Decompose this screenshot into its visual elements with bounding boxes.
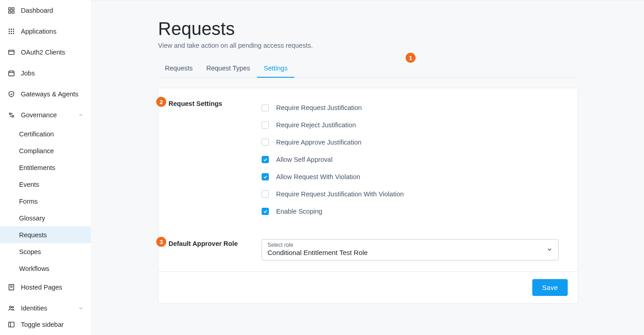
nav-label: Gateways & Agents	[21, 90, 79, 98]
checkbox-label: Allow Request With Violation	[276, 173, 360, 180]
svg-rect-26	[9, 322, 14, 327]
card-footer: Save	[159, 271, 578, 303]
svg-point-4	[9, 29, 10, 30]
setting-enable-scoping: Enable Scoping	[262, 203, 568, 220]
nav-label: Identities	[21, 305, 47, 312]
svg-point-25	[12, 306, 14, 308]
nav-applications[interactable]: Applications	[0, 21, 91, 42]
shield-icon	[7, 90, 15, 98]
svg-point-20	[12, 115, 14, 117]
nav-label: Compliance	[19, 147, 54, 155]
nav-gateways-agents[interactable]: Gateways & Agents	[0, 84, 91, 105]
select-float-label: Select role	[268, 242, 546, 248]
svg-rect-15	[9, 71, 14, 76]
nav-workflows[interactable]: Workflows	[0, 260, 91, 277]
nav-label: Jobs	[21, 70, 35, 77]
svg-rect-2	[9, 11, 11, 13]
nav-identities[interactable]: Identities	[0, 298, 91, 314]
select-value: Conditional Entitlement Test Role	[268, 249, 546, 256]
svg-point-11	[11, 33, 12, 34]
setting-require-request-justification-with-violation: Require Request Justification With Viola…	[262, 185, 568, 203]
nav-compliance[interactable]: Compliance	[0, 142, 91, 159]
nav-governance[interactable]: Governance	[0, 105, 91, 125]
dashboard-icon	[7, 6, 15, 15]
checkbox[interactable]	[262, 208, 269, 215]
nav-requests[interactable]: Requests	[0, 226, 91, 243]
toggle-sidebar[interactable]: Toggle sidebar	[0, 314, 91, 335]
checkbox-label: Require Approve Justification	[276, 139, 362, 146]
setting-require-request-justification: Require Request Justification	[262, 99, 568, 116]
browser-icon	[7, 48, 15, 56]
section-request-settings: Request Settings Require Request Justifi…	[159, 88, 578, 228]
nav-label: Applications	[21, 28, 56, 35]
nav-entitlements[interactable]: Entitlements	[0, 159, 91, 176]
checkbox[interactable]	[262, 121, 269, 129]
save-button[interactable]: Save	[532, 279, 568, 296]
checkbox[interactable]	[262, 156, 269, 163]
svg-point-10	[9, 33, 10, 34]
svg-point-19	[9, 113, 11, 115]
main-content: Requests View and take action on all pen…	[91, 0, 644, 335]
sidebar-toggle-icon	[7, 320, 15, 329]
tabs: Requests Request Types Settings 1	[158, 60, 578, 78]
page-description: View and take action on all pending acce…	[158, 42, 578, 49]
chevron-up-icon	[78, 112, 84, 118]
chevron-down-icon	[546, 246, 553, 253]
svg-rect-3	[12, 11, 14, 13]
callout-badge-1: 1	[406, 53, 416, 63]
nav-events[interactable]: Events	[0, 176, 91, 193]
nav-label: Events	[19, 181, 39, 188]
tab-request-types[interactable]: Request Types	[199, 60, 257, 77]
svg-point-8	[11, 31, 12, 32]
nav-label: Workflows	[19, 265, 50, 272]
checkbox-label: Enable Scoping	[276, 208, 322, 215]
svg-point-24	[10, 306, 11, 308]
checkbox[interactable]	[262, 190, 269, 198]
nav-scopes[interactable]: Scopes	[0, 243, 91, 260]
chevron-down-icon	[78, 305, 84, 311]
checkbox-label: Allow Self Approval	[276, 156, 332, 163]
svg-point-6	[13, 29, 14, 30]
svg-rect-0	[9, 8, 11, 10]
checkbox[interactable]	[262, 173, 269, 180]
callout-badge-2: 2	[156, 97, 166, 107]
page-icon	[7, 283, 15, 291]
nav-forms[interactable]: Forms	[0, 193, 91, 210]
checkbox[interactable]	[262, 139, 269, 146]
tab-settings[interactable]: Settings	[257, 60, 294, 77]
page-title: Requests	[158, 19, 578, 39]
checkbox[interactable]	[262, 104, 269, 111]
setting-require-reject-justification: Require Reject Justification	[262, 116, 568, 134]
nav-dashboard[interactable]: Dashboard	[0, 0, 91, 21]
nav-certification[interactable]: Certification	[0, 125, 91, 142]
section-default-approver: Default Approver Role Select role Condit…	[159, 228, 578, 271]
section-heading: Request Settings	[168, 99, 262, 220]
nav-label: Certification	[19, 130, 54, 138]
people-icon	[7, 304, 15, 312]
svg-point-5	[11, 29, 12, 30]
nav-label: Toggle sidebar	[21, 321, 64, 328]
tab-requests[interactable]: Requests	[158, 60, 199, 77]
nav-oauth2-clients[interactable]: OAuth2 Clients	[0, 42, 91, 63]
nav-jobs[interactable]: Jobs	[0, 63, 91, 84]
svg-rect-1	[12, 8, 14, 10]
checkbox-label: Require Request Justification With Viola…	[276, 190, 404, 198]
apps-icon	[7, 27, 15, 35]
setting-allow-request-with-violation: Allow Request With Violation	[262, 168, 568, 185]
nav-label: Glossary	[19, 215, 45, 222]
setting-allow-self-approval: Allow Self Approval	[262, 151, 568, 168]
governance-icon	[7, 111, 15, 119]
svg-rect-13	[9, 50, 14, 54]
nav-glossary[interactable]: Glossary	[0, 210, 91, 226]
nav-label: Hosted Pages	[21, 284, 62, 291]
nav-hosted-pages[interactable]: Hosted Pages	[0, 277, 91, 298]
default-approver-role-select[interactable]: Select role Conditional Entitlement Test…	[262, 239, 559, 260]
nav-label: Forms	[19, 198, 38, 205]
sidebar: Dashboard Applications OAuth2 Clients Jo…	[0, 0, 91, 335]
nav-label: Dashboard	[21, 7, 53, 14]
nav-label: Entitlements	[19, 164, 55, 171]
callout-badge-3: 3	[156, 237, 166, 247]
nav-label: Requests	[19, 231, 47, 239]
nav-label: OAuth2 Clients	[21, 49, 65, 56]
svg-point-7	[9, 31, 10, 32]
